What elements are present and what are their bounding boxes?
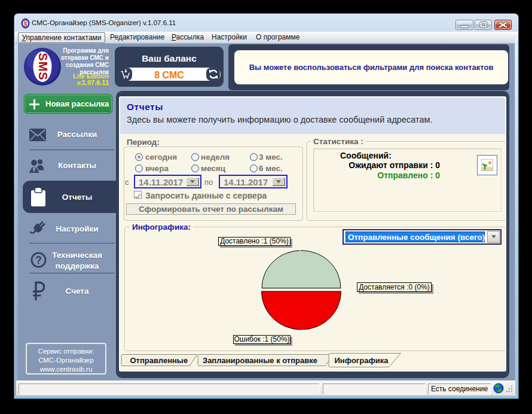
svg-text:Отправленные: Отправленные [130,356,188,365]
svg-text:Запланированные к отправке: Запланированные к отправке [203,356,317,365]
svg-text:Инфографика: Инфографика [335,356,389,365]
svg-text:SMS: SMS [23,19,27,28]
svg-text:?: ? [35,254,42,266]
